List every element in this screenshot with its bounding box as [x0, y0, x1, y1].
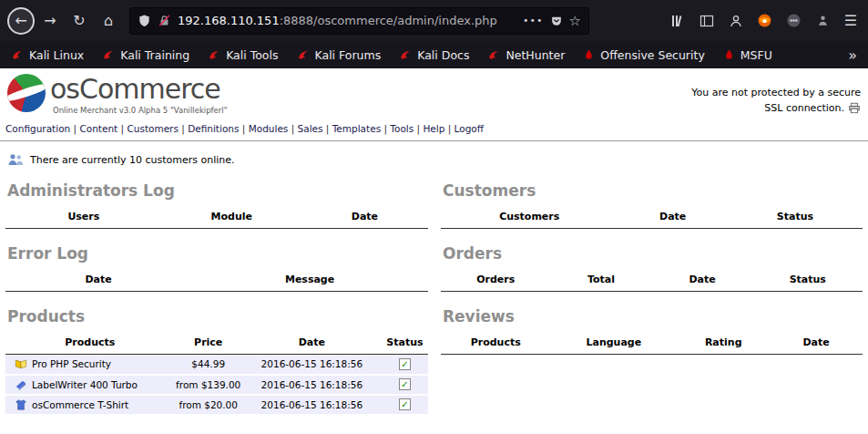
bookmark-label: Kali Forums — [315, 48, 382, 62]
printer-icon[interactable] — [848, 102, 861, 114]
kali-dragon-icon — [208, 48, 220, 61]
product-name[interactable]: LabelWriter 400 Turbo — [32, 379, 138, 390]
bookmark-nethunter[interactable]: NetHunter — [487, 48, 565, 62]
product-row[interactable]: LabelWriter 400 Turbo from $139.00 2016-… — [5, 375, 428, 395]
right-column: Customers Customers Date Status Orders O… — [441, 166, 863, 416]
product-name[interactable]: Pro PHP Security — [32, 358, 111, 369]
sidebar-icon[interactable] — [699, 13, 715, 29]
extension-fox-icon[interactable] — [757, 13, 773, 29]
column-header: Products — [441, 334, 550, 355]
forward-icon: → — [44, 12, 56, 29]
bookmark-label: Offensive Security — [600, 48, 704, 62]
reload-icon: ↻ — [73, 12, 85, 29]
back-button[interactable]: ← — [7, 7, 35, 35]
nav-definitions[interactable]: Definitions — [179, 123, 240, 134]
section-title: Customers — [443, 181, 863, 200]
tracking-protection-shield-icon[interactable] — [138, 14, 151, 27]
insecure-lock-icon[interactable] — [158, 14, 171, 27]
bookmark-msfu[interactable]: MSFU — [723, 48, 772, 62]
column-header: Users — [5, 208, 162, 229]
nav-tools[interactable]: Tools — [381, 123, 414, 134]
products-table: Products Price Date Status Pro PHP Secur… — [5, 334, 428, 416]
save-to-pocket-icon[interactable] — [550, 15, 563, 27]
status-active-checkbox[interactable]: ✓ — [399, 358, 411, 370]
product-date: 2016-06-15 16:18:56 — [242, 355, 382, 375]
bookmarks-overflow-icon[interactable]: » — [848, 46, 857, 64]
bookmark-label: Kali Docs — [417, 48, 469, 62]
browser-chrome: ← → ↻ ⌂ 192.168.110.151:8888/oscommerce/… — [0, 0, 868, 68]
back-icon: ← — [15, 12, 26, 29]
product-price: from $139.00 — [175, 375, 242, 395]
page-actions-icon[interactable]: ••• — [523, 15, 543, 26]
offsec-icon — [723, 49, 735, 61]
column-header: Date — [770, 334, 863, 355]
product-name[interactable]: osCommerce T-Shirt — [32, 399, 128, 410]
reload-button[interactable]: ↻ — [66, 7, 93, 35]
home-icon: ⌂ — [104, 12, 113, 29]
product-date: 2016-06-15 16:18:56 — [242, 395, 382, 415]
section-title: Administrators Log — [7, 181, 428, 200]
section-error-log: Error Log Date Message — [5, 244, 428, 292]
printer-product-icon — [15, 378, 27, 391]
url-bar[interactable]: 192.168.110.151:8888/oscommerce/admin/in… — [129, 7, 589, 35]
bookmark-label: Kali Training — [120, 48, 189, 62]
orders-table: Orders Total Date Status — [441, 271, 863, 292]
section-customers: Customers Customers Date Status — [441, 181, 863, 229]
column-header: Message — [191, 271, 428, 292]
bookmark-kali-tools[interactable]: Kali Tools — [208, 48, 278, 62]
bookmark-label: Kali Tools — [226, 48, 278, 62]
bookmark-kali-linux[interactable]: Kali Linux — [11, 48, 84, 62]
book-icon — [15, 357, 27, 370]
nav-templates[interactable]: Templates — [323, 123, 382, 134]
bookmark-kali-forums[interactable]: Kali Forums — [297, 48, 382, 62]
customers-online-status: There are currently 10 customers online. — [0, 141, 868, 166]
error-log-table: Date Message — [5, 271, 428, 292]
product-row[interactable]: osCommerce T-Shirt from $20.00 2016-06-1… — [5, 395, 428, 415]
product-date: 2016-06-15 16:18:56 — [242, 375, 382, 395]
oscommerce-logo[interactable]: osCommerce Online Merchant v3.0 Alpha 5 … — [7, 74, 228, 115]
customers-online-icon — [7, 153, 24, 166]
ssl-warning-line1: You are not protected by a secure — [691, 85, 861, 100]
column-header: Price — [175, 334, 242, 355]
column-header: Date — [242, 334, 382, 355]
nav-content[interactable]: Content — [70, 123, 117, 134]
nav-configuration[interactable]: Configuration — [5, 123, 70, 134]
column-header: Date — [5, 271, 191, 292]
product-row[interactable]: Pro PHP Security $44.99 2016-06-15 16:18… — [5, 355, 428, 375]
bookmark-label: NetHunter — [505, 48, 565, 62]
admin-log-table: Users Module Date — [5, 208, 428, 229]
home-button[interactable]: ⌂ — [95, 7, 122, 35]
library-icon[interactable] — [669, 13, 686, 29]
column-header: Products — [5, 334, 175, 355]
bookmark-star-icon[interactable]: ☆ — [569, 13, 581, 29]
column-header: Status — [753, 271, 863, 292]
column-header: Rating — [677, 334, 770, 355]
product-price: $44.99 — [175, 355, 242, 375]
bookmark-offensive-security[interactable]: Offensive Security — [583, 48, 704, 62]
bookmark-kali-docs[interactable]: Kali Docs — [399, 48, 469, 62]
column-header: Date — [301, 208, 428, 229]
nav-logoff[interactable]: Logoff — [444, 123, 484, 134]
column-header: Language — [550, 334, 677, 355]
nav-help[interactable]: Help — [414, 123, 444, 134]
status-active-checkbox[interactable]: ✓ — [399, 398, 411, 410]
section-administrators-log: Administrators Log Users Module Date — [5, 181, 428, 229]
nav-modules[interactable]: Modules — [239, 123, 288, 134]
menu-icon[interactable]: ☰ — [844, 12, 857, 29]
status-active-checkbox[interactable]: ✓ — [399, 378, 411, 390]
extension-circle-icon[interactable] — [786, 13, 802, 29]
forward-button[interactable]: → — [36, 7, 64, 35]
admin-nav: ConfigurationContentCustomersDefinitions… — [0, 118, 868, 140]
bookmark-kali-training[interactable]: Kali Training — [102, 48, 189, 62]
version-tagline: Online Merchant v3.0 Alpha 5 "Vanillekip… — [53, 106, 228, 115]
customers-table: Customers Date Status — [441, 208, 863, 229]
account-icon[interactable] — [728, 13, 744, 29]
nav-customers[interactable]: Customers — [117, 123, 179, 134]
nav-sales[interactable]: Sales — [288, 123, 322, 134]
browser-toolbar: ← → ↻ ⌂ 192.168.110.151:8888/oscommerce/… — [0, 0, 868, 41]
bookmark-label: Kali Linux — [29, 48, 84, 62]
extension-person-icon[interactable] — [815, 13, 832, 29]
section-title: Products — [7, 307, 428, 326]
url-text[interactable]: 192.168.110.151:8888/oscommerce/admin/in… — [178, 14, 516, 27]
reviews-table: Products Language Rating Date — [441, 334, 863, 355]
